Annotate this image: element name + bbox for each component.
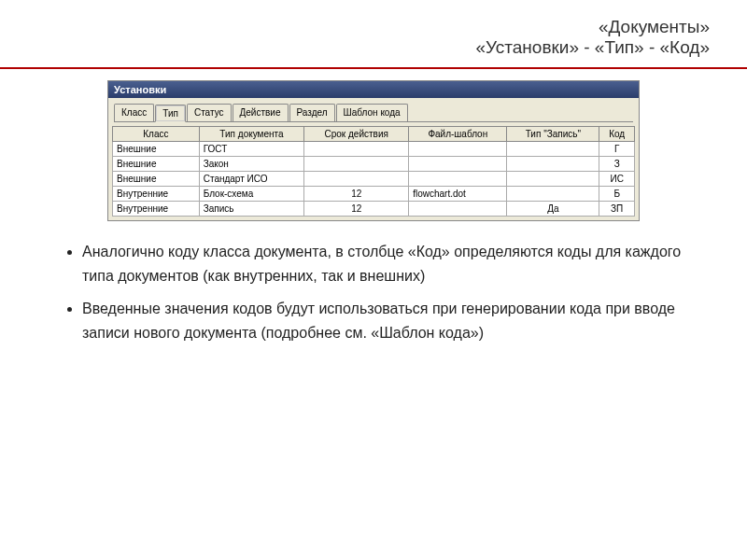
table-row[interactable]: ВнешниеГОСТГ xyxy=(113,142,635,157)
header-line2: «Установки» - «Тип» - «Код» xyxy=(0,37,710,58)
tabs-bar: Класс Тип Статус Действие Раздел Шаблон … xyxy=(108,98,639,121)
table-row[interactable]: ВнутренниеЗапись12ДаЗП xyxy=(113,202,635,217)
col-term: Срок действия xyxy=(304,127,409,142)
header-line1: «Документы» xyxy=(0,17,710,37)
header-divider xyxy=(0,67,747,69)
col-code: Код xyxy=(599,127,635,142)
col-doctype: Тип документа xyxy=(199,127,304,142)
tab-code-template[interactable]: Шаблон кода xyxy=(336,104,408,121)
table-row[interactable]: ВнутренниеБлок-схема12flowchart.dotБ xyxy=(113,187,635,202)
slide-body: Аналогично коду класса документа, в стол… xyxy=(0,221,747,372)
table-row[interactable]: ВнешниеЗаконЗ xyxy=(113,157,635,172)
tab-class[interactable]: Класс xyxy=(114,104,154,121)
tab-section[interactable]: Раздел xyxy=(289,104,335,121)
table-row[interactable]: ВнешниеСтандарт ИСОИС xyxy=(113,172,635,187)
types-table: Класс Тип документа Срок действия Файл-ш… xyxy=(112,126,635,217)
settings-window: Установки Класс Тип Статус Действие Разд… xyxy=(107,80,640,221)
col-rectype: Тип "Запись" xyxy=(507,127,599,142)
tab-status[interactable]: Статус xyxy=(187,104,232,121)
col-file: Файл-шаблон xyxy=(409,127,507,142)
bullet-item: Введенные значения кодов будут использов… xyxy=(82,297,682,344)
tab-underline xyxy=(114,121,633,122)
tab-type[interactable]: Тип xyxy=(155,105,186,122)
col-class: Класс xyxy=(113,127,200,142)
window-titlebar: Установки xyxy=(108,81,639,98)
slide-header: «Документы» «Установки» - «Тип» - «Код» xyxy=(0,0,747,67)
table-header-row: Класс Тип документа Срок действия Файл-ш… xyxy=(113,127,635,142)
bullet-item: Аналогично коду класса документа, в стол… xyxy=(82,240,682,287)
bullet-list: Аналогично коду класса документа, в стол… xyxy=(65,240,682,344)
tab-action[interactable]: Действие xyxy=(233,104,289,121)
